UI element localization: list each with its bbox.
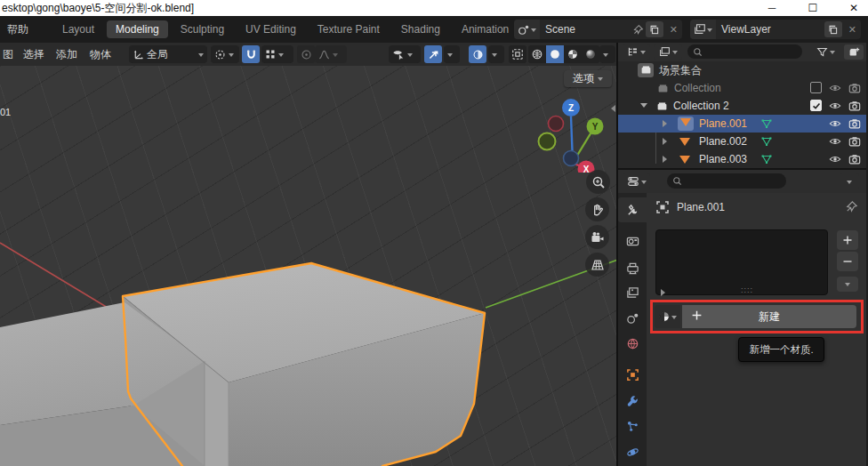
add-material-slot-button[interactable] <box>837 230 858 250</box>
shading-wireframe-button[interactable] <box>528 45 546 63</box>
scene-selector[interactable]: Scene ✕ <box>514 20 682 39</box>
tab-physics[interactable] <box>618 439 647 464</box>
options-button[interactable]: 选项 <box>564 70 612 87</box>
slot-expand-arrow[interactable] <box>661 289 669 296</box>
minimize-button[interactable]: ─ <box>765 2 779 14</box>
properties-options-dropdown[interactable] <box>840 173 859 189</box>
tab-world[interactable] <box>618 331 647 356</box>
gizmo-dropdown[interactable] <box>444 45 460 63</box>
expand-arrow-icon[interactable] <box>663 138 671 145</box>
editor-type-dropdown[interactable] <box>623 44 650 60</box>
shading-dropdown[interactable] <box>599 45 615 63</box>
tab-render[interactable] <box>618 229 647 253</box>
view-layer-browse-button[interactable] <box>690 20 716 39</box>
menu-help[interactable]: 帮助 <box>0 22 37 37</box>
view-layer-selector[interactable]: ViewLayer ✕ <box>690 20 861 39</box>
row-plane-003[interactable]: Plane.003 <box>618 150 866 168</box>
menu-object[interactable]: 物体 <box>90 47 111 62</box>
xray-toggle[interactable] <box>509 45 526 63</box>
tab-object[interactable] <box>618 362 647 387</box>
view-layer-name[interactable]: ViewLayer <box>716 23 823 36</box>
visibility-dropdown[interactable] <box>389 45 421 63</box>
menu-select[interactable]: 选择 <box>23 47 44 62</box>
gizmo-minus-z-axis[interactable] <box>564 151 579 166</box>
proportional-edit-toggle[interactable] <box>297 45 315 63</box>
viewport-3d[interactable]: 01 选项 Z Y X <box>0 66 616 466</box>
material-specials-dropdown[interactable] <box>837 277 858 292</box>
collection-exclude-checkbox[interactable] <box>810 82 822 93</box>
hide-eye-icon[interactable] <box>829 135 841 150</box>
scene-browse-button[interactable] <box>514 20 540 39</box>
properties-search-input[interactable] <box>667 173 786 189</box>
scene-name[interactable]: Scene <box>540 23 632 36</box>
new-material-button[interactable]: 新建 <box>682 305 856 328</box>
row-plane-002[interactable]: Plane.002 <box>618 133 866 150</box>
pivot-point-dropdown[interactable] <box>211 45 239 63</box>
properties-editor-type-dropdown[interactable] <box>623 173 650 189</box>
expand-arrow-icon[interactable] <box>663 120 671 127</box>
close-button[interactable]: ✕ <box>847 2 861 14</box>
view-layer-remove-button[interactable]: ✕ <box>844 24 861 36</box>
disable-render-camera-icon[interactable] <box>848 135 861 150</box>
scene-unlink-button[interactable]: ✕ <box>665 24 682 36</box>
view-layer-copy-button[interactable] <box>824 21 842 37</box>
pin-id-icon[interactable] <box>845 200 858 216</box>
show-overlays-toggle[interactable] <box>469 45 486 63</box>
menu-add[interactable]: 添加 <box>56 47 77 62</box>
scene-copy-button[interactable] <box>646 21 663 37</box>
gizmo-minus-y-axis[interactable] <box>539 133 556 150</box>
hide-eye-icon[interactable] <box>829 117 841 133</box>
snap-toggle-button[interactable] <box>242 45 260 63</box>
row-scene-collection[interactable]: 场景集合 <box>618 61 866 79</box>
camera-view-button[interactable] <box>585 225 609 249</box>
row-plane-001[interactable]: Plane.001 <box>618 115 866 133</box>
zoom-button[interactable] <box>586 170 610 194</box>
tab-uv-editing[interactable]: UV Editing <box>237 20 305 38</box>
tab-output[interactable] <box>618 255 647 280</box>
remove-material-slot-button[interactable] <box>837 252 858 271</box>
tab-scene[interactable] <box>618 305 647 330</box>
filter-dropdown[interactable] <box>810 44 840 60</box>
active-object-name[interactable]: Plane.001 <box>677 201 725 213</box>
tab-texture-paint[interactable]: Texture Paint <box>309 20 389 38</box>
shading-rendered-button[interactable] <box>582 45 599 63</box>
overlays-dropdown[interactable] <box>488 45 504 63</box>
hide-eye-icon[interactable] <box>829 82 841 97</box>
gizmo-minus-x-axis[interactable] <box>549 116 564 132</box>
snap-target-dropdown[interactable] <box>261 45 293 63</box>
tab-sculpting[interactable]: Sculpting <box>172 20 233 38</box>
tab-modeling[interactable]: Modeling <box>107 20 168 38</box>
browse-material-button[interactable] <box>655 305 680 328</box>
show-gizmo-toggle[interactable] <box>424 45 442 63</box>
tab-layout[interactable]: Layout <box>53 20 103 38</box>
shading-material-button[interactable] <box>564 45 582 63</box>
tab-tool[interactable] <box>618 197 647 222</box>
tab-view-layer[interactable] <box>618 280 647 305</box>
shading-solid-button[interactable] <box>546 45 564 63</box>
tab-shading[interactable]: Shading <box>392 20 449 38</box>
disable-render-camera-icon[interactable] <box>848 82 861 97</box>
hide-eye-icon[interactable] <box>829 100 841 115</box>
outliner-search-input[interactable] <box>687 44 802 59</box>
disable-render-camera-icon[interactable] <box>848 100 861 115</box>
tab-animation[interactable]: Animation <box>453 20 518 38</box>
disable-render-camera-icon[interactable] <box>848 153 861 168</box>
navigation-gizmo[interactable]: Z Y X <box>534 92 614 173</box>
hide-eye-icon[interactable] <box>829 153 841 168</box>
tab-modifiers[interactable] <box>618 389 647 414</box>
menu-view[interactable]: 图 <box>3 47 13 62</box>
disable-render-camera-icon[interactable] <box>848 117 861 133</box>
list-resize-grip[interactable]: :::: <box>741 285 753 294</box>
tab-particles[interactable] <box>618 414 647 438</box>
perspective-toggle-button[interactable] <box>585 253 609 277</box>
collection-2-exclude-checkbox[interactable] <box>810 100 822 111</box>
new-collection-button[interactable] <box>844 44 864 60</box>
transform-orientation-dropdown[interactable]: 全局 <box>129 45 207 63</box>
maximize-button[interactable]: ☐ <box>806 2 820 14</box>
row-collection-2[interactable]: Collection 2 <box>618 97 866 115</box>
pin-icon[interactable] <box>632 24 644 36</box>
pan-button[interactable] <box>585 197 609 221</box>
proportional-falloff-dropdown[interactable] <box>315 45 347 63</box>
expand-arrow-icon[interactable] <box>640 103 647 111</box>
display-mode-dropdown[interactable] <box>654 44 682 60</box>
